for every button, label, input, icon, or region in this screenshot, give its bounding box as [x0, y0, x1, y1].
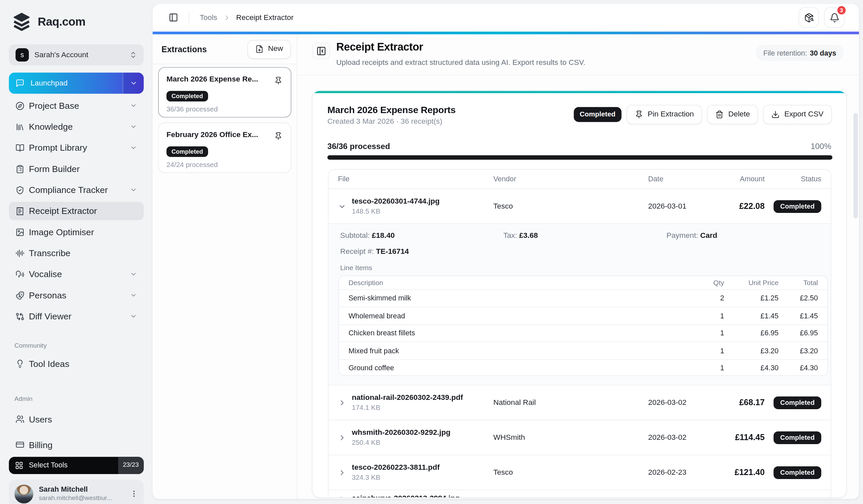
col-vendor: Vendor	[493, 175, 648, 183]
pin-icon[interactable]	[274, 132, 282, 140]
vendor-cell: Tesco	[493, 468, 648, 477]
status-badge: Completed	[773, 396, 821, 409]
select-tools-button[interactable]: Select Tools 23/23	[9, 457, 144, 474]
sidebar-item-prompt-library[interactable]: Prompt Library	[9, 139, 144, 157]
sidebar-item-project-base[interactable]: Project Base	[9, 96, 144, 115]
subtotal-label: Subtotal:	[340, 231, 370, 240]
line-item-row: Mixed fruit pack1£3.20£3.20	[339, 342, 827, 359]
date-cell: 2026-03-02	[648, 433, 721, 442]
col-qty: Qty	[691, 279, 724, 287]
sidebar-item-form-builder[interactable]: Form Builder	[9, 160, 144, 178]
breadcrumb-tools[interactable]: Tools	[200, 13, 217, 22]
amount-cell: £121.40	[720, 467, 764, 477]
col-amount: Amount	[720, 175, 764, 183]
notifications-button[interactable]: 3	[824, 7, 845, 28]
line-item-total: £1.45	[778, 311, 818, 320]
table-row[interactable]: national-rail-20260302-2439.pdf 174.1 KB…	[329, 385, 831, 420]
sidebar-item-label: Vocalise	[29, 269, 62, 280]
topbar: Tools Receipt Extractor 3	[152, 4, 859, 31]
progress-bar	[327, 155, 833, 160]
library-icon	[16, 122, 25, 131]
line-item-unit-price: £1.45	[724, 311, 778, 320]
pin-icon[interactable]	[274, 77, 282, 85]
git-compare-icon	[16, 312, 25, 321]
status-badge: Completed	[773, 200, 821, 212]
account-switcher[interactable]: s Sarah's Account	[9, 44, 144, 65]
panel-left-close-icon[interactable]	[312, 42, 330, 59]
line-items-table: Description Qty Unit Price Total Semi-sk…	[339, 275, 828, 376]
file-plus-icon	[255, 45, 264, 53]
sidebar-item-users[interactable]: Users	[9, 410, 144, 428]
sidebar-item-receipt-extractor[interactable]: Receipt Extractor	[9, 202, 144, 220]
sidebar-item-vocalise[interactable]: Vocalise	[9, 265, 144, 283]
launchpad-main[interactable]: Launchpad	[9, 73, 123, 93]
status-badge: Completed	[166, 91, 208, 102]
new-extraction-button[interactable]: New	[247, 40, 291, 59]
sidebar-item-image-optimiser[interactable]: Image Optimiser	[9, 223, 144, 241]
export-csv-label: Export CSV	[785, 110, 824, 119]
file-name: tesco-20260223-3811.pdf	[352, 463, 440, 472]
sidebar-item-tool-ideas[interactable]: Tool Ideas	[9, 354, 144, 373]
chevron-right-icon[interactable]	[338, 399, 346, 407]
notification-badge: 3	[836, 5, 847, 16]
extraction-card-february[interactable]: February 2026 Office Ex... Completed 24/…	[158, 122, 291, 173]
credit-card-icon	[16, 440, 25, 449]
chevron-right-icon	[223, 14, 230, 21]
line-item-unit-price: £1.25	[724, 294, 778, 303]
chevron-down-icon	[130, 186, 137, 194]
account-label: Sarah's Account	[34, 51, 124, 60]
message-square-icon	[16, 79, 25, 88]
sidebar-item-label: Personas	[29, 290, 66, 301]
export-csv-button[interactable]: Export CSV	[763, 105, 832, 124]
sidebar-item-knowledge[interactable]: Knowledge	[9, 117, 144, 136]
file-size: 324.3 KB	[352, 474, 440, 482]
chevron-down-icon[interactable]	[338, 202, 346, 210]
package-search-icon	[804, 13, 814, 23]
package-search-button[interactable]	[798, 7, 819, 28]
breadcrumb-current: Receipt Extractor	[236, 13, 294, 22]
sidebar-item-compliance-tracker[interactable]: Compliance Tracker	[9, 181, 144, 199]
sidebar: Raq.com s Sarah's Account Launchpad Proj…	[0, 0, 152, 504]
lightbulb-icon	[16, 359, 25, 368]
table-row[interactable]: whsmith-20260302-9292.jpg 250.4 KB WHSmi…	[329, 420, 831, 455]
scrollbar-thumb[interactable]	[853, 113, 858, 219]
pin-extraction-button[interactable]: Pin Extraction	[627, 105, 702, 124]
sidebar-toggle-icon[interactable]	[169, 13, 178, 22]
file-name: sainsburys-20260213-2984.jpg	[352, 494, 460, 498]
line-item-description: Mixed fruit pack	[349, 346, 691, 355]
clipboard-icon	[16, 164, 25, 173]
drama-icon	[16, 291, 25, 300]
receipt-no-value: TE-16714	[376, 247, 409, 256]
chevron-right-icon[interactable]	[338, 434, 346, 442]
chevron-down-icon	[130, 313, 137, 320]
col-status: Status	[765, 175, 821, 183]
status-badge: Completed	[166, 146, 208, 157]
sidebar-item-diff-viewer[interactable]: Diff Viewer	[9, 307, 144, 325]
extraction-card-meta: 24/24 processed	[166, 161, 283, 169]
chevron-right-icon[interactable]	[338, 468, 346, 477]
line-item-qty: 1	[691, 329, 724, 338]
main-panel: Receipt Extractor Upload receipts and ex…	[297, 34, 859, 499]
sidebar-item-personas[interactable]: Personas	[9, 286, 144, 305]
extraction-card-march[interactable]: March 2026 Expense Re... Completed 36/36…	[158, 67, 291, 118]
chevron-right-icon[interactable]	[338, 495, 346, 498]
launchpad-button[interactable]: Launchpad	[9, 73, 144, 93]
sidebar-item-transcribe[interactable]: Transcribe	[9, 244, 144, 262]
table-row[interactable]: tesco-20260301-4744.jpg 148.5 KB Tesco 2…	[329, 189, 831, 223]
user-menu[interactable]: Sarah Mitchell sarah.mitchell@westbur...	[9, 479, 144, 504]
sidebar-item-label: Users	[29, 414, 52, 425]
launchpad-expand[interactable]	[123, 73, 143, 93]
expanded-receipt-detail: Subtotal: £18.40 Tax: £3.68 Payment: Car…	[329, 223, 831, 385]
table-row-partial[interactable]: sainsburys-20260213-2984.jpg	[329, 490, 831, 498]
delete-button[interactable]: Delete	[707, 105, 758, 124]
sidebar-item-billing[interactable]: Billing	[9, 436, 144, 454]
file-size: 148.5 KB	[352, 207, 440, 216]
table-row[interactable]: tesco-20260223-3811.pdf 324.3 KB Tesco 2…	[329, 455, 831, 490]
extractions-title: Extractions	[162, 44, 247, 54]
compass-icon	[16, 101, 25, 110]
amount-cell: £114.45	[720, 432, 764, 442]
kebab-menu-icon[interactable]	[130, 490, 138, 498]
chevron-down-icon	[130, 123, 137, 130]
vendor-cell: WHSmith	[493, 433, 648, 442]
tax-label: Tax:	[503, 231, 517, 240]
